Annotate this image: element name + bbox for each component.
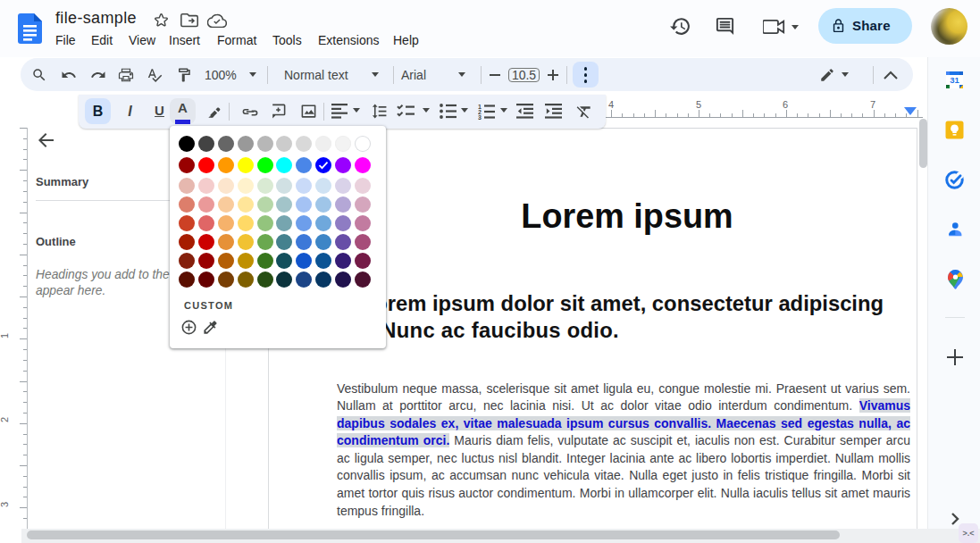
svg-text:31: 31 bbox=[950, 75, 959, 85]
svg-text:3: 3 bbox=[478, 114, 482, 121]
